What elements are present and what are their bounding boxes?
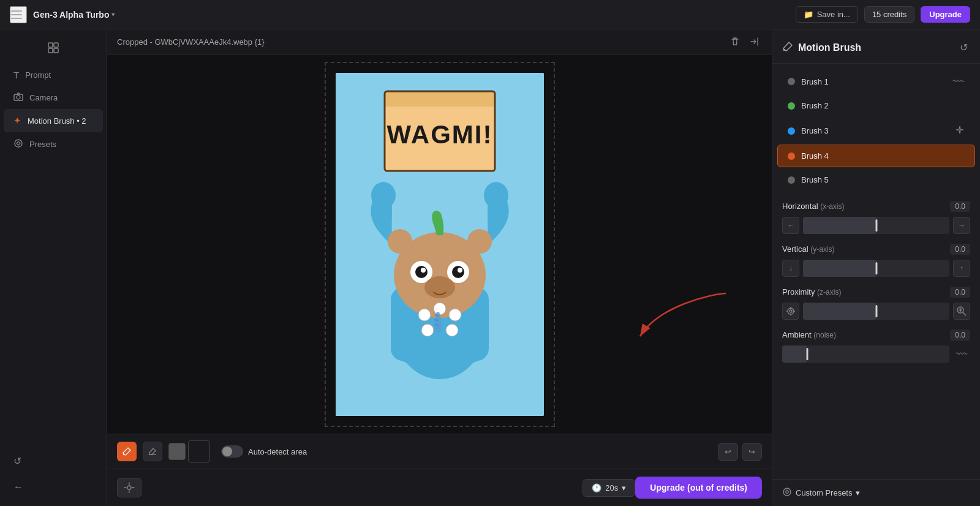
svg-point-16: [484, 182, 508, 209]
brush-dot-1: [788, 78, 795, 85]
vertical-track[interactable]: [803, 260, 949, 277]
vertical-slider-header: Vertical (y-axis) 0.0: [782, 244, 970, 255]
proximity-value: 0.0: [950, 287, 970, 298]
custom-presets-label: Custom Presets: [796, 488, 852, 497]
horizontal-right-button[interactable]: →: [953, 217, 970, 234]
sidebar-grid-button[interactable]: [0, 37, 107, 59]
sidebar-bottom: ↺ ←: [0, 449, 107, 499]
svg-rect-0: [48, 43, 53, 47]
topbar: Gen-3 Alpha Turbo ▾ 📁 Save in... 15 cred…: [0, 0, 980, 29]
vertical-label: Vertical (y-axis): [782, 244, 835, 254]
brush-small-swatch[interactable]: [168, 443, 186, 460]
camera-icon: [13, 93, 23, 103]
vertical-value: 0.0: [950, 244, 970, 255]
ambient-slider-header: Ambient (noise) 0.0: [782, 330, 970, 341]
main-content: T Prompt Camera ✦ Motion Brush • 2: [0, 29, 980, 506]
svg-point-19: [467, 229, 492, 254]
panel-brushes-list: Brush 1 Brush 2 Brush 3: [772, 64, 980, 479]
panel-title-text: Motion Brush: [798, 42, 861, 53]
sidebar-collapse-button[interactable]: ←: [4, 475, 103, 499]
canvas-area: Cropped - GWbCjVWXAAAeJk4.webp {1}: [107, 29, 772, 506]
svg-point-31: [446, 324, 458, 336]
menu-button[interactable]: [10, 6, 27, 23]
svg-point-36: [788, 308, 794, 314]
canvas-viewport: WAGMI!: [107, 55, 772, 434]
brush-item-1[interactable]: Brush 1: [777, 70, 975, 93]
vertical-left-button[interactable]: ↓: [782, 260, 799, 277]
exit-canvas-button[interactable]: [747, 34, 762, 49]
custom-presets-button[interactable]: Custom Presets ▾: [782, 487, 970, 499]
sidebar-item-presets[interactable]: Presets: [4, 132, 103, 156]
brush-item-3[interactable]: Brush 3: [777, 118, 975, 143]
ambient-slider-section: Ambient (noise) 0.0: [772, 325, 980, 368]
upgrade-generate-button[interactable]: Upgrade (out of credits): [635, 477, 762, 499]
horizontal-label: Horizontal (x-axis): [782, 202, 844, 211]
redo-button[interactable]: ↪: [742, 443, 762, 461]
brush-item-2[interactable]: Brush 2: [777, 94, 975, 117]
sidebar-item-label: Prompt: [25, 70, 51, 80]
svg-text:WAGMI!: WAGMI!: [386, 120, 492, 149]
undo-button[interactable]: ↩: [718, 443, 738, 461]
canvas-header: Cropped - GWbCjVWXAAAeJk4.webp {1}: [107, 29, 772, 55]
svg-rect-10: [385, 91, 495, 107]
topbar-right: 📁 Save in... 15 credits Upgrade: [796, 6, 970, 23]
svg-point-46: [783, 488, 791, 496]
vertical-right-button[interactable]: ↑: [953, 260, 970, 277]
panel-reset-button[interactable]: ↺: [957, 39, 970, 56]
presets-icon: [782, 487, 792, 499]
svg-point-29: [449, 309, 461, 321]
brush-size-picker: [168, 440, 210, 463]
ambient-slider-row: [782, 346, 970, 363]
proximity-zoom-in-button[interactable]: [953, 303, 970, 320]
proximity-label: Proximity (z-axis): [782, 287, 841, 296]
horizontal-left-button[interactable]: ←: [782, 217, 799, 234]
svg-point-24: [421, 268, 426, 273]
eraser-tool-button[interactable]: [143, 442, 162, 461]
save-button[interactable]: 📁 Save in...: [796, 6, 858, 23]
sparkle-icon-3: [955, 125, 965, 137]
brush-item-5[interactable]: Brush 5: [777, 168, 975, 191]
panel-header: Motion Brush ↺: [772, 29, 980, 64]
upgrade-button[interactable]: Upgrade: [921, 6, 970, 23]
svg-line-43: [963, 312, 966, 315]
brush-tool-button[interactable]: [117, 442, 137, 461]
sidebar-item-camera[interactable]: Camera: [4, 86, 103, 109]
duration-button[interactable]: 🕐 20s ▾: [582, 479, 635, 497]
auto-detect-toggle[interactable]: [221, 445, 243, 458]
delete-button[interactable]: [728, 34, 742, 49]
panel-title: Motion Brush: [782, 41, 861, 55]
auto-detect-toggle-area: Auto-detect area: [221, 445, 307, 458]
left-sidebar: T Prompt Camera ✦ Motion Brush • 2: [0, 29, 107, 506]
undo-icon: ↩: [725, 447, 731, 456]
svg-rect-1: [54, 43, 58, 47]
sidebar-item-prompt[interactable]: T Prompt: [4, 64, 103, 86]
proximity-slider-section: Proximity (z-axis) 0.0: [772, 282, 980, 325]
svg-point-32: [397, 346, 434, 364]
proximity-track[interactable]: [803, 303, 949, 320]
brush-name-3: Brush 3: [801, 126, 949, 135]
adjust-button[interactable]: [117, 478, 141, 497]
sidebar-item-label: Camera: [29, 93, 58, 102]
proximity-slider-header: Proximity (z-axis) 0.0: [782, 287, 970, 298]
svg-point-15: [371, 182, 396, 209]
app-title-chevron-icon[interactable]: ▾: [111, 11, 115, 18]
brush-large-swatch[interactable]: [188, 440, 210, 463]
motion-brush-panel-icon: [782, 41, 793, 55]
svg-point-27: [418, 309, 431, 321]
sidebar-item-motion-brush[interactable]: ✦ Motion Brush • 2: [4, 109, 103, 132]
credits-button[interactable]: 15 credits: [864, 6, 914, 23]
sidebar-refresh-button[interactable]: ↺: [4, 449, 103, 473]
horizontal-value: 0.0: [950, 201, 970, 212]
proximity-zoom-out-button[interactable]: [782, 303, 799, 320]
brush-name-2: Brush 2: [801, 101, 965, 110]
horizontal-slider-row: ← →: [782, 217, 970, 234]
horizontal-track[interactable]: [803, 217, 949, 234]
folder-icon: 📁: [804, 10, 813, 19]
text-icon: T: [13, 70, 19, 80]
ambient-track[interactable]: [782, 346, 949, 363]
brush-name-5: Brush 5: [801, 175, 965, 184]
brush-dot-2: [788, 102, 795, 110]
brush-item-4[interactable]: Brush 4: [777, 145, 975, 167]
ambient-label: Ambient (noise): [782, 330, 836, 339]
svg-point-23: [452, 266, 464, 278]
